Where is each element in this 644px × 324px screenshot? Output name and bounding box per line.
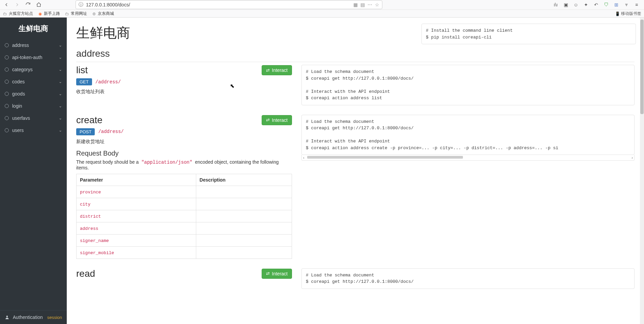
bookmark-star-icon[interactable]: ☆ [375, 2, 379, 7]
bookmarks-bar: 🗀火狐官方站点 ◉新手上路 🗀常用网址 ⊚京东商城 📱移动版书签 [0, 9, 644, 18]
browser-right-icons: ı\ı ▣ ☺ ✦ ↶ ⛉ ⊞ ▼ ≡ [552, 2, 642, 7]
info-icon: ⓘ [79, 2, 83, 8]
sidebar-toggle-icon[interactable]: ▣ [562, 2, 569, 7]
bookmark-item[interactable]: ◉新手上路 [38, 11, 60, 17]
mobile-bookmarks[interactable]: 📱移动版书签 [615, 11, 641, 17]
bookmark-label: 京东商城 [98, 11, 114, 17]
mobile-bookmarks-label: 移动版书签 [621, 11, 641, 17]
firefox-icon: ◉ [38, 11, 42, 16]
bookmark-item[interactable]: 🗀火狐官方站点 [3, 11, 33, 17]
reader-icon[interactable]: ▤ [360, 2, 365, 7]
folder-icon: 🗀 [3, 11, 7, 16]
url-text: 127.0.0.1:8000/docs/ [86, 2, 351, 7]
globe-icon: ⊚ [92, 11, 96, 16]
nav-forward-button[interactable] [13, 0, 22, 9]
bookmark-item[interactable]: ⊚京东商城 [92, 11, 114, 17]
shield-icon[interactable]: ⛉ [603, 2, 610, 7]
qr-icon[interactable]: ▦ [353, 2, 358, 7]
mobile-icon: 📱 [615, 11, 620, 16]
nav-back-button[interactable] [2, 0, 11, 9]
bookmark-label: 常用网址 [71, 11, 87, 17]
url-bar[interactable]: ⓘ 127.0.0.1:8000/docs/ ▦ ▤ ⋯ ☆ [76, 0, 382, 9]
menu-icon[interactable]: ≡ [633, 2, 640, 7]
nav-reload-button[interactable] [24, 0, 32, 9]
library-icon[interactable]: ı\ı [552, 2, 559, 7]
bookmark-item[interactable]: 🗀常用网址 [65, 11, 87, 17]
bookmark-label: 火狐官方站点 [9, 11, 33, 17]
undo-icon[interactable]: ↶ [593, 2, 599, 7]
bookmark-label: 新手上路 [44, 11, 60, 17]
browser-chrome: ⓘ 127.0.0.1:8000/docs/ ▦ ▤ ⋯ ☆ ı\ı ▣ ☺ ✦… [0, 0, 644, 18]
puzzle-icon[interactable]: ⊞ [613, 2, 620, 7]
folder-icon: 🗀 [65, 11, 69, 16]
account-icon[interactable]: ☺ [573, 2, 579, 7]
nav-home-button[interactable] [34, 0, 43, 9]
extension-icon[interactable]: ✦ [583, 2, 589, 7]
more-icon[interactable]: ⋯ [368, 2, 372, 7]
browser-toolbar: ⓘ 127.0.0.1:8000/docs/ ▦ ▤ ⋯ ☆ ı\ı ▣ ☺ ✦… [0, 0, 644, 9]
filter-icon[interactable]: ▼ [623, 2, 630, 7]
